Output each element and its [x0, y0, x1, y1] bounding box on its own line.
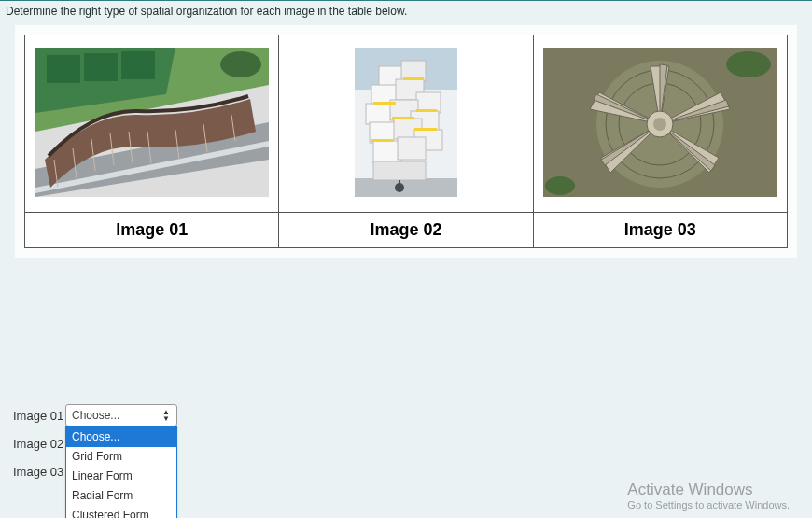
image-row [25, 35, 788, 213]
dropdown-option-clustered-form[interactable]: Clustered Form [66, 506, 176, 518]
watermark-line1: Activate Windows [627, 481, 790, 499]
caption-02: Image 02 [279, 213, 533, 248]
dropdown-option-choose[interactable]: Choose... [66, 427, 176, 447]
image-cell-03 [533, 35, 787, 213]
svg-point-51 [726, 51, 771, 77]
top-divider [0, 0, 812, 1]
svg-point-8 [220, 51, 261, 77]
select-image-02-dropdown[interactable]: Choose... Grid Form Linear Form Radial F… [65, 426, 177, 518]
svg-rect-26 [403, 77, 424, 80]
svg-rect-33 [399, 180, 400, 186]
svg-rect-30 [371, 139, 394, 142]
image-cell-01 [25, 35, 279, 213]
svg-rect-24 [398, 137, 426, 160]
svg-rect-11 [355, 178, 457, 197]
answer-label-02: Image 02 [13, 437, 65, 451]
caption-01: Image 01 [25, 213, 279, 248]
select-arrows-icon: ▲▼ [160, 405, 173, 426]
answer-label-01: Image 01 [13, 409, 65, 423]
image-03 [543, 48, 777, 197]
watermark-line2: Go to Settings to activate Windows. [627, 499, 790, 511]
image-01 [35, 48, 269, 197]
svg-rect-29 [392, 117, 414, 119]
select-image-01[interactable]: Choose... ▲▼ [65, 404, 177, 427]
image-02 [355, 48, 457, 197]
svg-point-50 [653, 118, 666, 131]
caption-row: Image 01 Image 02 Image 03 [25, 213, 788, 248]
svg-rect-31 [414, 128, 437, 131]
answer-label-03: Image 03 [13, 465, 65, 479]
question-prompt: Determine the right type of spatial orga… [0, 3, 812, 25]
dropdown-option-linear-form[interactable]: Linear Form [66, 467, 176, 486]
dropdown-option-radial-form[interactable]: Radial Form [66, 486, 176, 506]
windows-activation-watermark: Activate Windows Go to Settings to activ… [627, 481, 790, 511]
image-table-container: Image 01 Image 02 Image 03 [15, 25, 797, 258]
image-table: Image 01 Image 02 Image 03 [24, 35, 788, 248]
svg-rect-27 [373, 102, 396, 105]
svg-rect-25 [373, 161, 426, 180]
svg-rect-3 [47, 55, 80, 83]
image-cell-02 [279, 35, 533, 213]
svg-rect-28 [416, 109, 437, 112]
select-image-01-value: Choose... [72, 409, 119, 422]
svg-rect-5 [121, 51, 155, 79]
svg-rect-4 [84, 53, 118, 81]
svg-point-52 [545, 176, 575, 195]
caption-03: Image 03 [533, 213, 787, 248]
dropdown-option-grid-form[interactable]: Grid Form [66, 447, 176, 467]
